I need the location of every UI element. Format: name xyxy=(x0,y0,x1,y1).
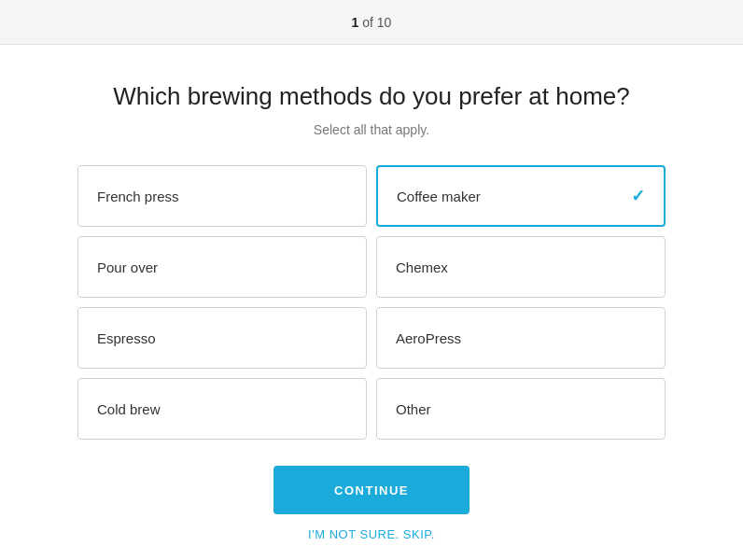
checkmark-icon: ✓ xyxy=(631,186,645,206)
current-step: 1 xyxy=(352,15,359,30)
progress-indicator: 1 of 10 xyxy=(352,15,392,30)
option-label-cold-brew: Cold brew xyxy=(97,401,161,417)
option-label-french-press: French press xyxy=(97,189,179,204)
option-label-aeropress: AeroPress xyxy=(396,330,461,346)
skip-link[interactable]: I'M NOT SURE. SKIP. xyxy=(308,527,435,541)
option-pour-over[interactable]: Pour over xyxy=(77,236,367,298)
top-bar: 1 of 10 xyxy=(0,0,743,45)
option-chemex[interactable]: Chemex xyxy=(376,236,666,298)
question-title: Which brewing methods do you prefer at h… xyxy=(113,82,630,111)
continue-button[interactable]: CONTINUE xyxy=(273,466,470,514)
total-steps: of 10 xyxy=(362,15,391,30)
option-label-espresso: Espresso xyxy=(97,330,156,346)
main-content: Which brewing methods do you prefer at h… xyxy=(0,45,743,560)
option-espresso[interactable]: Espresso xyxy=(77,307,367,369)
options-grid: French pressCoffee maker✓Pour overChemex… xyxy=(77,165,666,440)
option-label-other: Other xyxy=(396,401,431,417)
option-other[interactable]: Other xyxy=(376,378,666,440)
option-cold-brew[interactable]: Cold brew xyxy=(77,378,367,440)
option-label-chemex: Chemex xyxy=(396,259,448,275)
option-french-press[interactable]: French press xyxy=(77,165,367,227)
option-label-pour-over: Pour over xyxy=(97,259,158,275)
option-label-coffee-maker: Coffee maker xyxy=(397,189,481,204)
question-subtitle: Select all that apply. xyxy=(314,122,429,137)
option-aeropress[interactable]: AeroPress xyxy=(376,307,666,369)
option-coffee-maker[interactable]: Coffee maker✓ xyxy=(376,165,666,227)
